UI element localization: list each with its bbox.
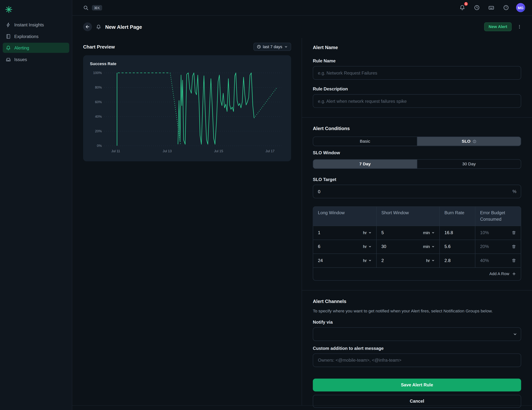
user-avatar[interactable]: MG <box>516 3 525 12</box>
svg-text:Jul 11: Jul 11 <box>111 149 120 153</box>
short-window-value[interactable]: 2 <box>381 258 384 263</box>
rule-description-label: Rule Description <box>313 86 521 91</box>
trash-icon <box>512 230 516 235</box>
bell-icon <box>6 45 11 50</box>
notify-via-select[interactable] <box>313 327 521 341</box>
long-window-value[interactable]: 24 <box>318 258 323 263</box>
col-burn-rate: Burn Rate <box>439 207 475 226</box>
alert-channels-section-title: Alert Channels <box>313 299 521 304</box>
condition-slo-label: SLO <box>462 139 470 144</box>
unit-label: hr <box>363 230 367 235</box>
add-row-button[interactable]: Add A Row <box>489 272 516 276</box>
more-options-button[interactable] <box>517 24 522 29</box>
condition-slo-tab[interactable]: SLO <box>417 137 521 146</box>
delete-row-button[interactable] <box>512 245 516 249</box>
alert-conditions-section-title: Alert Conditions <box>313 126 521 131</box>
long-window-value[interactable]: 1 <box>318 230 320 235</box>
search-icon <box>83 5 88 10</box>
notify-via-label: Notify via <box>313 319 521 325</box>
rule-description-input[interactable] <box>313 94 521 108</box>
sidebar: Instant Insights Explorations Alerting I… <box>0 0 72 410</box>
success-rate-chart: 100%80%60%40%20%0%Jul 11Jul 13Jul 15Jul … <box>88 70 285 155</box>
condition-type-toggle: Basic SLO <box>313 137 521 146</box>
plus-icon <box>512 272 516 276</box>
page-header: New Alert Page New Alert <box>72 16 532 38</box>
svg-text:Jul 15: Jul 15 <box>214 149 223 153</box>
notifications-button[interactable]: 1 <box>458 3 467 12</box>
alert-channels-description: To specify where you want to get notifie… <box>313 308 521 314</box>
time-range-select[interactable]: last 7 days <box>253 43 291 51</box>
keyboard-icon <box>488 5 494 11</box>
slo-window-7day-tab[interactable]: 7 Day <box>313 160 417 168</box>
app-logo-icon[interactable] <box>5 5 13 13</box>
trash-icon <box>512 245 516 249</box>
sidebar-item-issues[interactable]: Issues <box>3 54 69 64</box>
delete-row-button[interactable] <box>512 258 516 263</box>
search-button[interactable]: ⌘K <box>83 5 102 10</box>
unit-label: min <box>423 230 430 235</box>
add-row-label: Add A Row <box>489 272 509 276</box>
slo-target-field: % <box>313 185 521 198</box>
burn-rate-value[interactable]: 16.8 <box>445 230 453 235</box>
chevron-down-icon <box>369 231 372 234</box>
sidebar-item-label: Instant Insights <box>14 22 44 27</box>
error-budget-value: 10% <box>480 230 489 235</box>
long-window-unit-select[interactable]: hr <box>363 230 371 235</box>
sidebar-item-instant-insights[interactable]: Instant Insights <box>3 20 69 30</box>
avatar-initials: MG <box>518 6 523 9</box>
help-icon: ? <box>503 5 509 10</box>
back-button[interactable] <box>83 22 92 31</box>
rule-name-label: Rule Name <box>313 58 521 64</box>
error-budget-value: 40% <box>480 258 489 263</box>
lightning-icon <box>6 22 11 27</box>
history-button[interactable] <box>472 3 481 12</box>
short-window-unit-select[interactable]: hr <box>426 258 435 263</box>
section-divider <box>302 290 532 291</box>
short-window-unit-select[interactable]: min <box>423 230 435 235</box>
cancel-button[interactable]: Cancel <box>313 395 521 408</box>
chevron-down-icon <box>369 259 372 262</box>
sidebar-item-explorations[interactable]: Explorations <box>3 31 69 41</box>
slo-window-30day-tab[interactable]: 30 Day <box>417 160 521 168</box>
sidebar-item-alerting[interactable]: Alerting <box>3 43 69 53</box>
sidebar-item-label: Explorations <box>14 34 38 39</box>
chart-preview-title: Chart Preview <box>83 44 115 49</box>
long-window-unit-select[interactable]: hr <box>363 244 371 249</box>
custom-message-input[interactable] <box>313 353 521 367</box>
keyboard-shortcuts-button[interactable] <box>487 3 496 12</box>
table-footer: Add A Row <box>313 267 521 280</box>
short-window-unit-select[interactable]: min <box>423 244 435 249</box>
svg-text:60%: 60% <box>95 100 102 104</box>
col-error-budget: Error Budget Consumed <box>475 207 521 226</box>
book-icon <box>6 34 11 39</box>
condition-basic-label: Basic <box>360 139 370 144</box>
section-divider <box>302 117 532 118</box>
burn-rate-value[interactable]: 2.8 <box>445 258 451 263</box>
burn-rate-table: Long Window Short Window Burn Rate Error… <box>313 207 521 281</box>
svg-text:?: ? <box>505 6 507 9</box>
short-window-value[interactable]: 5 <box>381 230 384 235</box>
topbar-actions: 1 ? MG <box>458 3 525 12</box>
unit-label: hr <box>426 258 430 263</box>
help-button[interactable]: ? <box>502 3 510 12</box>
alert-bell-icon <box>96 24 101 29</box>
long-window-unit-select[interactable]: hr <box>363 258 371 263</box>
slo-target-input[interactable] <box>313 185 521 198</box>
table-row: 24 hr 2 hr 2.8 <box>313 253 521 267</box>
slo-window-label: SLO Window <box>313 150 521 155</box>
rule-name-input[interactable] <box>313 66 521 80</box>
delete-row-button[interactable] <box>512 230 516 235</box>
save-alert-rule-button[interactable]: Save Alert Rule <box>313 378 521 391</box>
short-window-value[interactable]: 30 <box>381 244 386 249</box>
burn-rate-value[interactable]: 5.6 <box>445 244 451 249</box>
svg-text:Jul 13: Jul 13 <box>162 149 171 153</box>
condition-basic-tab[interactable]: Basic <box>313 137 417 146</box>
col-short-window: Short Window <box>376 207 439 226</box>
new-alert-button[interactable]: New Alert <box>484 22 512 31</box>
chevron-down-icon <box>431 245 435 248</box>
table-header: Long Window Short Window Burn Rate Error… <box>313 207 521 226</box>
custom-message-label: Custom addition to alert message <box>313 346 521 351</box>
long-window-value[interactable]: 6 <box>318 244 320 249</box>
topbar: ⌘K 1 ? <box>72 0 532 16</box>
table-row: 1 hr 5 min 16.8 <box>313 226 521 239</box>
